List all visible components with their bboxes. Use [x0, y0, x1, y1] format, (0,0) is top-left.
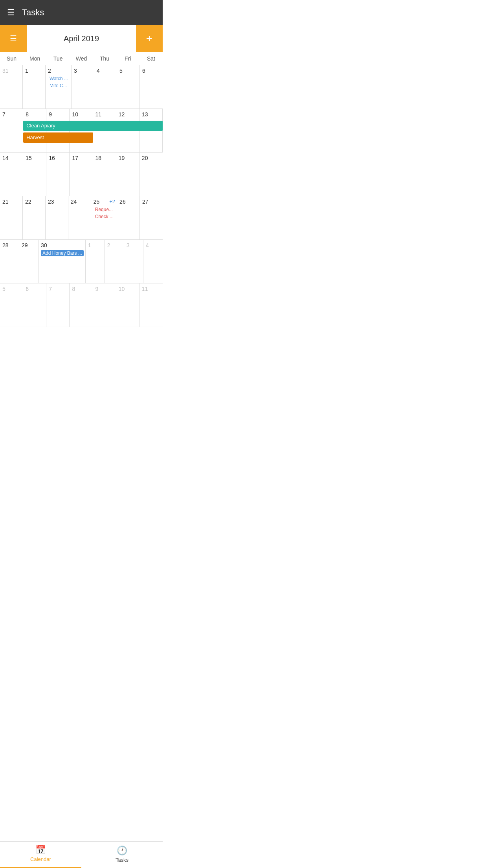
day-num: 10: [119, 286, 138, 292]
calendar-grid: Sun Mon Tue Wed Thu Fri Sat 31 1 2 Watch…: [0, 52, 163, 327]
cal-menu-button[interactable]: ☰: [0, 25, 27, 52]
day-num: 29: [22, 242, 37, 248]
cell-apr21[interactable]: 21: [0, 196, 23, 239]
day-num: 2: [48, 68, 70, 74]
cell-apr3[interactable]: 3: [72, 65, 94, 108]
day-num: 1: [25, 68, 44, 74]
day-header-mon: Mon: [23, 52, 46, 65]
day-num: 6: [142, 68, 161, 74]
day-num: 31: [2, 68, 21, 74]
week-row-1: 31 1 2 Watch ... Mite C... 3 4 5 6: [0, 65, 163, 109]
day-headers-row: Sun Mon Tue Wed Thu Fri Sat: [0, 52, 163, 65]
calendar-main: ☰ April 2019 + Sun Mon Tue Wed Thu Fri S…: [0, 25, 163, 355]
cell-apr29[interactable]: 29: [19, 240, 39, 283]
cell-apr22[interactable]: 22: [23, 196, 46, 239]
event-harvest[interactable]: Harvest: [23, 132, 93, 143]
day-header-tue: Tue: [46, 52, 70, 65]
event-reque[interactable]: Reque...: [94, 206, 115, 213]
cell-may8[interactable]: 8: [70, 283, 93, 327]
cell-may10[interactable]: 10: [116, 283, 139, 327]
cell-apr7[interactable]: 7: [0, 109, 23, 152]
day-num: 8: [26, 111, 44, 118]
week-row-5: 28 29 30 Add Honey Bars ... 1 2 3 4: [0, 240, 163, 283]
cell-may11[interactable]: 11: [139, 283, 163, 327]
day-num: 9: [49, 111, 68, 118]
cell-apr26[interactable]: 26: [117, 196, 140, 239]
day-num: 26: [119, 199, 138, 205]
day-num: 16: [49, 155, 68, 161]
cell-apr28[interactable]: 28: [0, 240, 19, 283]
cell-apr6[interactable]: 6: [140, 65, 163, 108]
event-clean-apiary[interactable]: Clean Apiary: [23, 121, 163, 131]
app-title: Tasks: [22, 7, 44, 18]
menu-icon[interactable]: ☰: [7, 7, 15, 18]
cell-may7[interactable]: 7: [46, 283, 70, 327]
week-row-2: 7 8 9 10 11 12 13 Cle: [0, 109, 163, 153]
cell-may6[interactable]: 6: [23, 283, 46, 327]
cell-apr16[interactable]: 16: [46, 153, 70, 196]
day-num: 28: [2, 242, 17, 248]
cell-apr24[interactable]: 24: [68, 196, 91, 239]
add-event-button[interactable]: +: [136, 25, 163, 52]
cell-apr14[interactable]: 14: [0, 153, 23, 196]
day-num: 20: [142, 155, 161, 161]
day-num: 24: [71, 199, 89, 205]
day-num: 11: [142, 286, 161, 292]
day-num: 10: [72, 111, 91, 118]
day-num: 17: [72, 155, 91, 161]
day-header-fri: Fri: [116, 52, 139, 65]
day-num: 23: [48, 199, 66, 205]
day-num: 4: [97, 68, 115, 74]
cell-31[interactable]: 31: [0, 65, 23, 108]
plus-count: +2: [109, 199, 115, 205]
cell-may2[interactable]: 2: [105, 240, 124, 283]
day-header-sat: Sat: [139, 52, 163, 65]
day-num: 7: [2, 111, 21, 118]
cell-apr27[interactable]: 27: [140, 196, 163, 239]
cell-apr5[interactable]: 5: [117, 65, 140, 108]
cell-apr30[interactable]: 30 Add Honey Bars ...: [39, 240, 86, 283]
cell-apr18[interactable]: 18: [93, 153, 116, 196]
add-icon: +: [146, 32, 152, 45]
cell-apr2[interactable]: 2 Watch ... Mite C...: [46, 65, 72, 108]
day-num: 4: [146, 242, 161, 248]
cell-apr19[interactable]: 19: [116, 153, 139, 196]
cell-apr4[interactable]: 4: [94, 65, 117, 108]
day-num: 22: [25, 199, 44, 205]
cell-may1[interactable]: 1: [86, 240, 105, 283]
day-num: 5: [119, 68, 138, 74]
day-num: 8: [72, 286, 91, 292]
day-num: 19: [119, 155, 138, 161]
day-header-wed: Wed: [70, 52, 93, 65]
cell-may3[interactable]: 3: [124, 240, 143, 283]
event-check[interactable]: Check ...: [94, 213, 115, 220]
day-num: 30: [41, 242, 84, 248]
week-row-3: 14 15 16 17 18 19 20: [0, 153, 163, 196]
cell-apr25[interactable]: 25 +2 Reque... Check ...: [91, 196, 117, 239]
event-mite[interactable]: Mite C...: [48, 83, 70, 89]
app-header: ☰ Tasks: [0, 0, 163, 25]
cell-may4[interactable]: 4: [143, 240, 163, 283]
day-num: 27: [142, 199, 161, 205]
week-row-4: 21 22 23 24 25 +2 Reque... Check ... 26: [0, 196, 163, 240]
day-num: 3: [127, 242, 141, 248]
cell-may9[interactable]: 9: [93, 283, 116, 327]
event-watch[interactable]: Watch ...: [48, 75, 70, 82]
cell-apr15[interactable]: 15: [23, 153, 46, 196]
day-num: 11: [95, 111, 114, 118]
cell-apr20[interactable]: 20: [139, 153, 163, 196]
day-num: 12: [119, 111, 138, 118]
day-num: 5: [2, 286, 21, 292]
day-num: 21: [2, 199, 21, 205]
day-num: 15: [26, 155, 44, 161]
cell-apr17[interactable]: 17: [70, 153, 93, 196]
day-header-sun: Sun: [0, 52, 23, 65]
day-num: 6: [26, 286, 44, 292]
cell-apr1[interactable]: 1: [23, 65, 46, 108]
month-label: April 2019: [64, 34, 99, 43]
event-honey-bars[interactable]: Add Honey Bars ...: [41, 250, 84, 256]
day-num: 7: [49, 286, 68, 292]
cell-apr23[interactable]: 23: [46, 196, 68, 239]
cell-may5[interactable]: 5: [0, 283, 23, 327]
day-num: 13: [142, 111, 161, 118]
